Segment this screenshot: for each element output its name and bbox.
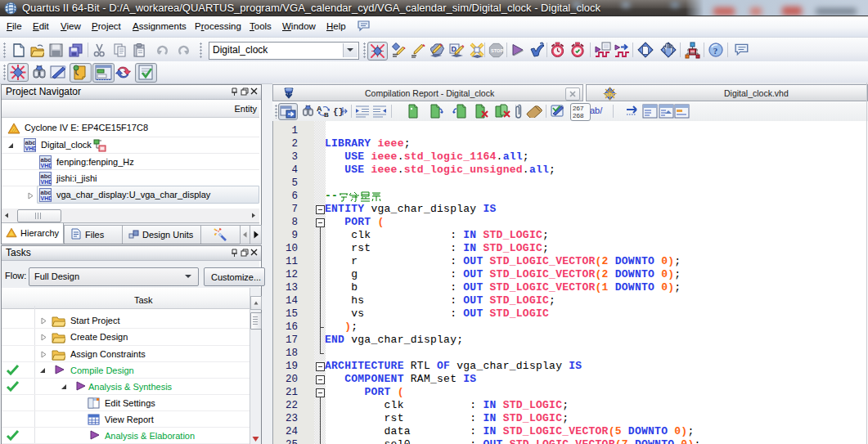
svg-text:{}: {} [333, 107, 344, 117]
svg-text:VHD: VHD [25, 146, 37, 151]
svg-text:?: ? [713, 46, 718, 56]
svg-text:STOP: STOP [491, 48, 503, 53]
svg-text:A: A [317, 105, 322, 113]
svg-text:VHD: VHD [41, 179, 52, 185]
svg-text:VHD: VHD [41, 195, 52, 201]
svg-text:VHD: VHD [41, 163, 52, 168]
svg-text:abc: abc [605, 91, 616, 98]
